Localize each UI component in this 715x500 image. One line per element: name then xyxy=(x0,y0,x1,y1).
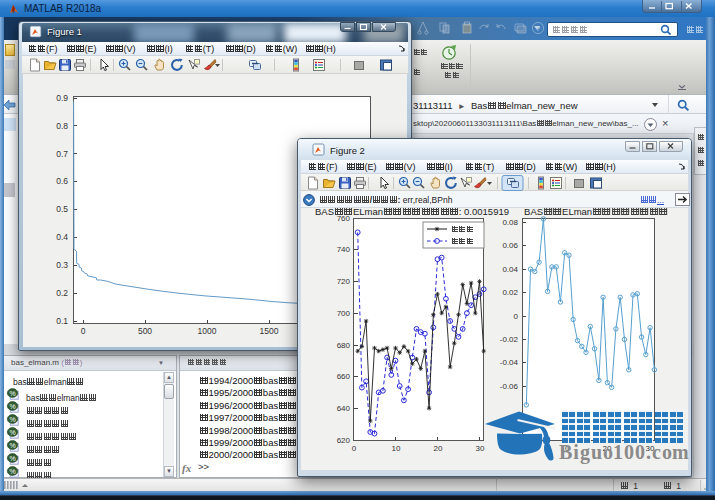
svg-text:0.04: 0.04 xyxy=(502,265,518,274)
svg-text:720: 720 xyxy=(337,277,351,286)
svg-text:-0.06: -0.06 xyxy=(500,382,519,391)
svg-text:760: 760 xyxy=(337,214,351,223)
svg-text:0.06: 0.06 xyxy=(502,241,518,250)
svg-text:20: 20 xyxy=(434,444,443,453)
svg-text:620: 620 xyxy=(337,436,351,445)
svg-text:740: 740 xyxy=(337,245,351,254)
svg-text:680: 680 xyxy=(337,341,351,350)
svg-text:700: 700 xyxy=(337,309,351,318)
svg-text:0.02: 0.02 xyxy=(502,288,518,297)
svg-text:0.08: 0.08 xyxy=(502,218,518,227)
svg-text:660: 660 xyxy=(337,372,351,381)
svg-text:640: 640 xyxy=(337,404,351,413)
svg-text:0: 0 xyxy=(352,444,357,453)
svg-text:10: 10 xyxy=(392,444,401,453)
svg-text:0: 0 xyxy=(514,312,519,321)
svg-text:-0.04: -0.04 xyxy=(500,358,519,367)
svg-text:-0.02: -0.02 xyxy=(500,335,519,344)
